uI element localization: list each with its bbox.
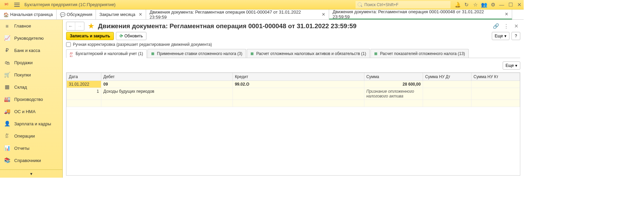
manual-edit-checkbox[interactable] — [66, 42, 71, 47]
tab-label: Движения документа: Регламентная операци… — [333, 9, 501, 19]
col-amount-nu-kt[interactable]: Сумма НУ Кт — [471, 73, 520, 81]
settings-icon[interactable]: ⚙ — [488, 0, 497, 10]
sidebar-item-warehouse[interactable]: ▦Склад — [0, 81, 62, 93]
minimize-icon[interactable]: — — [497, 0, 506, 10]
cell-empty[interactable] — [233, 100, 364, 107]
sidebar-item-reports[interactable]: 📊Отчеты — [0, 142, 62, 154]
sidebar-item-label: Склад — [14, 85, 27, 90]
favorite-star-icon[interactable]: ★ — [88, 22, 95, 31]
sidebar-item-references[interactable]: 📚Справочники — [0, 154, 62, 166]
sidebar: ≡Главное 📈Руководителю ₽Банк и касса 🛍Пр… — [0, 20, 63, 178]
table-more-button[interactable]: Еще ▾ — [503, 61, 520, 70]
nav-buttons: ← → — [66, 22, 84, 31]
ledger-icon: ДтКт — [70, 52, 74, 56]
cell-empty[interactable] — [423, 100, 471, 107]
sidebar-item-sales[interactable]: 🛍Продажи — [0, 56, 62, 69]
forward-button[interactable]: → — [75, 22, 84, 30]
hamburger-icon[interactable] — [14, 1, 22, 8]
tab-month-close[interactable]: Закрытие месяца ✕ — [96, 10, 146, 19]
col-amount-nu-dt[interactable]: Сумма НУ Дт — [423, 73, 471, 81]
cell-nu-kt[interactable] — [471, 88, 520, 100]
cell-nu-dt[interactable] — [423, 81, 471, 88]
sidebar-item-production[interactable]: 🏭Производство — [0, 93, 62, 105]
col-date[interactable]: Дата — [67, 73, 101, 81]
table-wrap: Дата Дебет Кредит Сумма Сумма НУ Дт Сумм… — [66, 72, 520, 176]
close-icon[interactable]: ✕ — [139, 12, 142, 17]
users-icon[interactable]: 👥 — [480, 0, 488, 10]
table-row[interactable] — [67, 100, 520, 107]
cell-nu-dt[interactable] — [423, 88, 471, 100]
col-debit[interactable]: Дебет — [101, 73, 233, 81]
sidebar-item-label: Покупки — [14, 72, 31, 77]
bar-chart-icon: 📊 — [4, 145, 10, 151]
table-row[interactable]: 31.01.2022 09 99.02.О 28 600,00 — [67, 81, 520, 88]
cell-nu-kt[interactable] — [471, 81, 520, 88]
refresh-button[interactable]: ⟳Обновить — [116, 32, 146, 40]
tab-doc-47[interactable]: Движения документа: Регламентная операци… — [146, 10, 329, 19]
sidebar-item-bank[interactable]: ₽Банк и касса — [0, 44, 62, 56]
button-label: Еще — [506, 63, 514, 68]
manual-edit-checkbox-row[interactable]: Ручная корректировка (разрешает редактир… — [66, 41, 520, 48]
ruble-icon: ₽ — [4, 47, 10, 53]
cell-empty[interactable] — [101, 100, 233, 107]
table-icon: ▦ — [374, 52, 378, 56]
sidebar-item-operations[interactable]: ДтКтОперации — [0, 130, 62, 142]
save-close-button[interactable]: Записать и закрыть — [66, 32, 114, 40]
sidebar-item-label: Главное — [14, 23, 31, 29]
cell-date[interactable]: 31.01.2022 — [67, 81, 101, 88]
cell-empty[interactable] — [67, 100, 101, 107]
bell-icon[interactable]: 🔔 — [453, 0, 462, 10]
app-logo: 1С — [2, 1, 12, 8]
help-button[interactable]: ? — [511, 32, 520, 40]
cell-empty[interactable] — [471, 100, 520, 107]
link-icon[interactable]: 🔗 — [492, 22, 500, 30]
cell-credit[interactable]: 99.02.О — [233, 81, 364, 88]
table-row[interactable]: 1 Доходы будущих периодов Признание отло… — [67, 88, 520, 100]
sidebar-item-label: ОС и НМА — [14, 109, 36, 114]
star-icon[interactable]: ☆ — [471, 0, 480, 10]
col-credit[interactable]: Кредит — [233, 73, 364, 81]
tab-home[interactable]: 🏠 Начальная страница — [0, 10, 57, 19]
cell-amount[interactable]: 28 600,00 — [364, 81, 423, 88]
subtab-label: Расчет отложенных налоговых активов и об… — [256, 51, 366, 56]
tab-label: Закрытие месяца — [99, 12, 135, 17]
col-amount[interactable]: Сумма — [364, 73, 423, 81]
chart-icon: 📈 — [4, 35, 10, 41]
sidebar-collapse[interactable]: ▾ — [0, 170, 62, 178]
subtab-tax-rates[interactable]: ▦Примененные ставки отложенного налога (… — [147, 49, 246, 58]
cell-debit-desc[interactable]: Доходы будущих периодов — [101, 88, 233, 100]
cell-empty[interactable] — [364, 100, 423, 107]
history-icon[interactable]: ↻ — [462, 0, 471, 10]
subtab-deferred-indicators[interactable]: ▦Расчет показателей отложенного налога (… — [370, 49, 469, 58]
subtab-accounting[interactable]: ДтКтБухгалтерский и налоговый учет (1) — [66, 49, 147, 58]
cell-debit[interactable]: 09 — [101, 81, 233, 88]
sidebar-item-purchases[interactable]: 🛒Покупки — [0, 69, 62, 81]
more-button[interactable]: Еще ▾ — [492, 32, 509, 40]
close-icon[interactable]: ✕ — [322, 12, 325, 17]
subtab-label: Расчет показателей отложенного налога (1… — [380, 51, 465, 56]
cell-note[interactable]: Признание отложенного налогового актива — [364, 88, 423, 100]
kebab-icon[interactable]: ⋮ — [502, 22, 510, 30]
global-search-input[interactable] — [356, 1, 450, 8]
svg-text:1С: 1С — [4, 2, 8, 6]
subtab-deferred-calc[interactable]: ▦Расчет отложенных налоговых активов и о… — [247, 49, 370, 58]
close-doc-icon[interactable]: ✕ — [512, 22, 520, 30]
cell-num[interactable]: 1 — [67, 88, 101, 100]
sidebar-item-payroll[interactable]: 👤Зарплата и кадры — [0, 118, 62, 130]
cell-credit-desc[interactable] — [233, 88, 364, 100]
back-button[interactable]: ← — [66, 22, 75, 30]
close-icon[interactable]: ✕ — [505, 12, 508, 17]
tab-discussions[interactable]: 💬 Обсуждения — [57, 10, 96, 19]
sidebar-item-main[interactable]: ≡Главное — [0, 20, 62, 32]
table-toolbar: Еще ▾ — [66, 59, 520, 71]
sidebar-item-manager[interactable]: 📈Руководителю — [0, 32, 62, 44]
sidebar-item-assets[interactable]: 🚚ОС и НМА — [0, 105, 62, 118]
cart-icon: 🛒 — [4, 72, 10, 78]
doc-header: ← → ★ Движения документа: Регламентная о… — [66, 22, 520, 31]
maximize-icon[interactable]: ☐ — [506, 0, 515, 10]
close-window-icon[interactable]: ✕ — [515, 0, 524, 10]
person-icon: 👤 — [4, 121, 10, 127]
sidebar-item-label: Продажи — [14, 60, 33, 65]
doc-title: Движения документа: Регламентная операци… — [98, 22, 357, 30]
tab-doc-48[interactable]: Движения документа: Регламентная операци… — [329, 10, 512, 19]
